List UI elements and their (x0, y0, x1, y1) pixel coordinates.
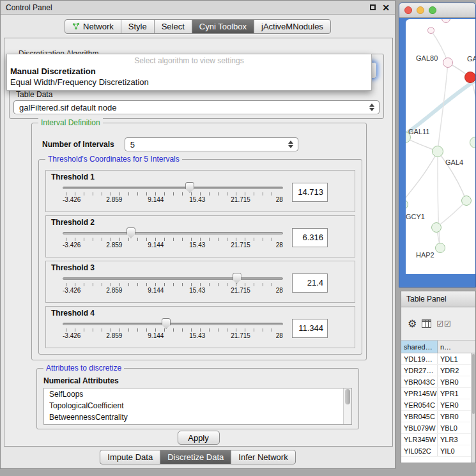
threshold-4-label: Threshold 4 (51, 309, 349, 318)
tab-style[interactable]: Style (121, 20, 154, 33)
popup-item-manual-discretization[interactable]: Manual Discretization (7, 66, 371, 77)
cell[interactable]: YER0 (438, 399, 475, 410)
list-item[interactable]: SelfLoops (44, 388, 351, 400)
network-node-selected-red[interactable] (464, 72, 475, 83)
scrollbar-thumb[interactable] (345, 389, 350, 404)
cell[interactable]: YDR2 (438, 365, 475, 376)
table-data-combobox[interactable]: galFiltered.sif default node (13, 100, 380, 114)
list-scrollbar[interactable] (343, 388, 351, 424)
cell[interactable]: YBR0 (438, 411, 475, 422)
tick-label: 28 (276, 242, 283, 249)
tab-jactivemnodules[interactable]: jActiveMNodules (254, 20, 330, 33)
table-scrollbar[interactable] (471, 353, 475, 463)
table-row[interactable]: YLR345WYLR3 (401, 434, 475, 445)
threshold-2-value-field[interactable]: 6.316 (292, 228, 328, 247)
node-label-gal11: GAL11 (408, 128, 429, 135)
threshold-3-value-field[interactable]: 21.4 (292, 273, 328, 293)
cell[interactable]: YBR0 (438, 376, 475, 387)
threshold-1-value-field[interactable]: 14.713 (292, 183, 328, 202)
cell[interactable]: YBR045C (401, 411, 438, 422)
network-canvas[interactable]: GAL80 GA GAL11 GAL4 GCY1 HAP2 (406, 19, 475, 274)
window-title: Control Panel (6, 3, 370, 12)
number-of-intervals-value: 5 (130, 140, 286, 150)
cell[interactable]: YIL0 (438, 445, 475, 456)
slider-ticks (66, 328, 280, 332)
cell[interactable]: YDL1 (438, 353, 475, 364)
number-of-intervals-combobox[interactable]: 5 (125, 137, 298, 151)
threshold-3-slider[interactable]: -3.426 2.859 9.144 15.43 21.715 28 (63, 273, 283, 296)
cell[interactable]: YLR3 (438, 434, 475, 445)
slider-thumb[interactable] (233, 273, 242, 284)
tab-discretize-data[interactable]: Discretize Data (160, 450, 231, 464)
threshold-4-slider[interactable]: -3.426 2.859 9.144 15.43 21.715 28 (63, 318, 283, 341)
slider-track[interactable] (63, 187, 283, 189)
table-row[interactable]: YBR043CYBR0 (401, 376, 475, 388)
table-row[interactable]: YER054CYER0 (401, 399, 475, 411)
popup-item-equal-width-frequency[interactable]: Equal Width/Frequency Discretization (7, 77, 371, 88)
table-row[interactable]: YIL052CYIL0 (401, 445, 475, 457)
select-rows-icons[interactable]: ☑☑ (436, 319, 452, 328)
column-header-name[interactable]: n… (438, 341, 475, 353)
network-node-gal80[interactable] (443, 58, 453, 68)
network-window-titlebar[interactable] (399, 3, 475, 18)
cell[interactable]: YBL0 (438, 422, 475, 433)
table-row[interactable]: YBL079WYBL0 (401, 422, 475, 434)
table-row[interactable]: YPR145WYPR1 (401, 388, 475, 399)
cell[interactable]: YDR27… (401, 365, 438, 376)
number-of-intervals-label: Number of Intervals (42, 140, 114, 149)
tick-label: 21.715 (231, 242, 250, 249)
scrollbar-thumb[interactable] (472, 354, 475, 414)
tab-select[interactable]: Select (154, 20, 192, 33)
threshold-2-slider[interactable]: -3.426 2.859 9.144 15.43 21.715 28 (63, 227, 283, 250)
table-row[interactable]: YBR045CYBR0 (401, 411, 475, 422)
tick-label: 2.859 (106, 332, 122, 339)
minimize-traffic-light[interactable] (417, 6, 424, 14)
columns-icon[interactable] (422, 319, 431, 328)
network-node[interactable] (427, 27, 434, 34)
table-row[interactable]: YDL19…YDL1 (401, 353, 475, 365)
tab-network-label: Network (83, 22, 114, 31)
slider-thumb[interactable] (127, 227, 135, 238)
table-data-value: galFiltered.sif default node (19, 103, 367, 112)
slider-thumb[interactable] (185, 182, 194, 193)
slider-track[interactable] (63, 277, 283, 280)
tab-cyni-toolbox[interactable]: Cyni Toolbox (192, 20, 254, 33)
tab-infer-network[interactable]: Infer Network (231, 450, 295, 464)
tab-discretize-data-label: Discretize Data (167, 452, 224, 462)
cell[interactable]: YIL052C (401, 445, 438, 456)
zoom-traffic-light[interactable] (429, 6, 436, 14)
cell[interactable]: YLR345W (401, 434, 438, 445)
table-panel-titlebar[interactable]: Table Panel (401, 291, 475, 307)
float-window-icon[interactable] (370, 4, 376, 10)
network-node[interactable] (431, 222, 441, 233)
tab-impute-data[interactable]: Impute Data (100, 450, 160, 464)
cell[interactable]: YPR1 (438, 388, 475, 399)
threshold-4-value-field[interactable]: 11.344 (292, 319, 328, 338)
cell[interactable]: YBL079W (401, 422, 438, 433)
table-header: shared… n… (401, 341, 475, 353)
cell[interactable]: YPR145W (401, 388, 438, 399)
network-node[interactable] (461, 196, 472, 206)
apply-button[interactable]: Apply (178, 431, 220, 445)
cell[interactable]: YER054C (401, 399, 438, 410)
slider-thumb[interactable] (162, 318, 171, 329)
tick-label: 2.859 (106, 287, 122, 294)
numerical-attributes-list[interactable]: SelfLoops TopologicalCoefficient Between… (43, 388, 352, 425)
close-traffic-light[interactable] (404, 6, 412, 14)
cell[interactable]: YDL19… (401, 353, 438, 364)
close-window-icon[interactable]: ✕ (382, 3, 390, 12)
threshold-1-slider[interactable]: -3.426 2.859 9.144 15.43 21.715 28 (63, 182, 283, 205)
network-node-gal4[interactable] (432, 146, 443, 157)
list-item[interactable]: BetweennessCentrality (44, 411, 351, 423)
cell[interactable]: YBR043C (401, 376, 438, 387)
control-panel-titlebar[interactable]: Control Panel ✕ (1, 1, 395, 15)
slider-track[interactable] (63, 323, 283, 325)
gear-icon[interactable]: ⚙ (408, 319, 417, 329)
network-node-hap2[interactable] (435, 243, 445, 253)
slider-track[interactable] (63, 232, 283, 234)
list-item[interactable]: TopologicalCoefficient (44, 400, 351, 411)
tick-label: 9.144 (148, 287, 164, 294)
table-row[interactable]: YDR27…YDR2 (401, 365, 475, 376)
tab-network[interactable]: Network (65, 20, 121, 33)
column-header-shared-name[interactable]: shared… (401, 341, 438, 353)
